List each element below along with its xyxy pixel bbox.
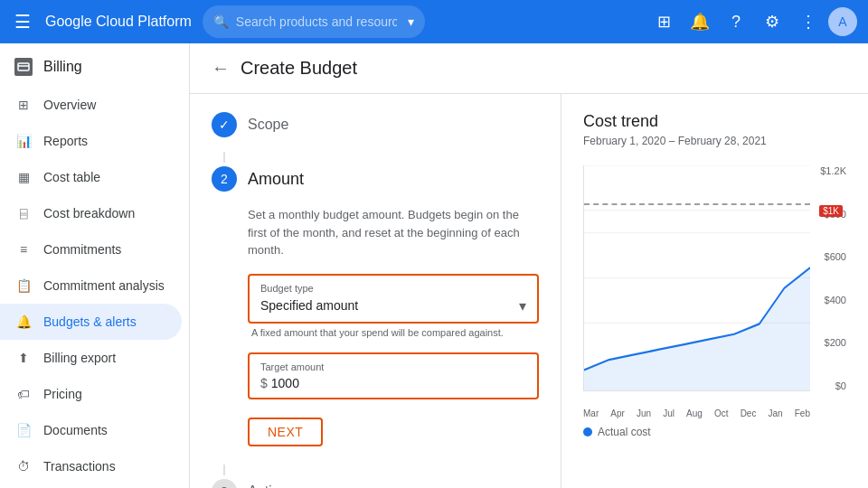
amount-step-circle: 2 xyxy=(212,166,237,192)
sidebar-item-billing-export[interactable]: ⬆ Billing export xyxy=(0,340,182,376)
layout: Billing ⊞ Overview 📊 Reports ▦ Cost tabl… xyxy=(0,43,868,488)
chart-svg xyxy=(584,165,810,390)
commitments-icon: ≡ xyxy=(14,240,33,258)
reports-icon: 📊 xyxy=(14,132,33,150)
overview-icon: ⊞ xyxy=(14,96,33,114)
sidebar-item-cost-table-label: Cost table xyxy=(43,170,100,184)
billing-export-icon: ⬆ xyxy=(14,349,33,367)
documents-icon: 📄 xyxy=(14,421,33,439)
main-content: ← Create Budget ✓ Scope 2 Amount Set a xyxy=(190,43,868,488)
sidebar-item-documents-label: Documents xyxy=(43,423,108,437)
sidebar-item-overview[interactable]: ⊞ Overview xyxy=(0,87,182,123)
sidebar-item-cost-breakdown[interactable]: ⌸ Cost breakdown xyxy=(0,195,182,231)
sidebar-item-reports[interactable]: 📊 Reports xyxy=(0,123,182,159)
cost-breakdown-icon: ⌸ xyxy=(14,204,33,222)
amount-step-title: Amount xyxy=(248,170,304,189)
user-avatar[interactable]: A xyxy=(828,7,857,36)
scope-step-title: Scope xyxy=(248,117,288,133)
transactions-icon: ⏱ xyxy=(14,457,33,475)
x-label-jun: Jun xyxy=(637,408,651,418)
pricing-icon: 🏷 xyxy=(14,385,33,403)
more-icon[interactable]: ⋮ xyxy=(792,5,825,38)
sidebar-title: Billing xyxy=(43,59,82,75)
y-label-200: $200 xyxy=(825,337,846,348)
cost-table-icon: ▦ xyxy=(14,168,33,186)
sidebar-item-cost-breakdown-label: Cost breakdown xyxy=(43,206,135,221)
step-scope: ✓ Scope xyxy=(212,112,539,137)
sidebar-header: Billing xyxy=(0,43,189,83)
target-amount-row: $ xyxy=(260,376,526,390)
svg-rect-0 xyxy=(18,63,29,70)
sidebar-item-documents[interactable]: 📄 Documents xyxy=(0,412,182,448)
target-amount-label: Target amount xyxy=(260,361,526,372)
scope-step-circle: ✓ xyxy=(212,112,237,137)
svg-marker-7 xyxy=(584,267,810,390)
chart-subtitle: February 1, 2020 – February 28, 2021 xyxy=(583,135,846,147)
x-label-mar: Mar xyxy=(583,408,599,418)
sidebar-item-cost-table[interactable]: ▦ Cost table xyxy=(0,159,182,195)
y-label-0: $0 xyxy=(835,380,846,391)
settings-icon[interactable]: ⚙ xyxy=(756,5,788,38)
budget-type-select[interactable]: Budget type Specified amount ▾ xyxy=(248,274,539,324)
search-input[interactable] xyxy=(236,14,397,29)
budget-line: $1K xyxy=(584,203,810,217)
sidebar-item-transactions[interactable]: ⏱ Transactions xyxy=(0,448,182,484)
sidebar-nav: ⊞ Overview 📊 Reports ▦ Cost table ⌸ Cost… xyxy=(0,83,189,488)
sidebar-item-commitment-analysis-label: Commitment analysis xyxy=(43,278,165,293)
page-title: Create Budget xyxy=(241,58,357,79)
step-connector-2 xyxy=(223,465,225,475)
sidebar-item-pricing[interactable]: 🏷 Pricing xyxy=(0,376,182,412)
sidebar-item-commitment-analysis[interactable]: 📋 Commitment analysis xyxy=(0,267,182,304)
currency-prefix: $ xyxy=(260,376,268,390)
page-header: ← Create Budget xyxy=(190,43,868,94)
form-section: ✓ Scope 2 Amount Set a monthly budget am… xyxy=(190,94,561,488)
x-label-jan: Jan xyxy=(769,408,783,418)
amount-description: Set a monthly budget amount. Budgets beg… xyxy=(248,206,539,259)
x-label-dec: Dec xyxy=(741,408,757,418)
search-dropdown-icon[interactable]: ▾ xyxy=(408,14,414,29)
chart-title: Cost trend xyxy=(583,112,846,131)
budget-type-arrow-icon[interactable]: ▾ xyxy=(519,297,526,314)
billing-icon xyxy=(14,58,33,76)
search-bar[interactable]: 🔍 ▾ xyxy=(203,5,425,38)
chart-plot: $1K xyxy=(583,165,810,391)
budget-type-helper: A fixed amount that your spend will be c… xyxy=(248,327,539,338)
chart-area: $1.2K $800 $600 $400 $200 $0 $1K xyxy=(583,165,846,418)
budgets-icon: 🔔 xyxy=(14,313,33,331)
sidebar-item-commitments-label: Commitments xyxy=(43,242,121,257)
budget-type-row: Specified amount ▾ xyxy=(260,297,526,314)
next-button[interactable]: NEXT xyxy=(248,418,323,446)
apps-icon[interactable]: ⊞ xyxy=(647,5,680,38)
chart-section: Cost trend February 1, 2020 – February 2… xyxy=(561,94,868,488)
content-area: ✓ Scope 2 Amount Set a monthly budget am… xyxy=(190,94,868,488)
back-button[interactable]: ← xyxy=(212,58,230,79)
topbar-logo: Google Cloud Platform xyxy=(45,14,192,30)
x-label-apr: Apr xyxy=(610,408,625,418)
x-label-feb: Feb xyxy=(795,408,810,418)
sidebar-item-commitments[interactable]: ≡ Commitments xyxy=(0,231,182,267)
step-actions: 3 Actions xyxy=(212,479,539,489)
chart-y-labels: $1.2K $800 $600 $400 $200 $0 xyxy=(820,165,846,391)
target-amount-container[interactable]: Target amount $ xyxy=(248,352,539,399)
help-icon[interactable]: ? xyxy=(720,5,752,38)
target-amount-input[interactable] xyxy=(271,376,526,390)
chart-legend: Actual cost xyxy=(583,426,846,438)
budget-type-label: Budget type xyxy=(260,283,526,294)
sidebar-item-pricing-label: Pricing xyxy=(43,387,82,401)
sidebar-item-budgets-alerts[interactable]: 🔔 Budgets & alerts xyxy=(0,304,182,340)
sidebar-item-transactions-label: Transactions xyxy=(43,459,116,474)
budget-type-value: Specified amount xyxy=(260,298,358,313)
notifications-icon[interactable]: 🔔 xyxy=(684,5,716,38)
budget-badge: $1K xyxy=(819,205,843,217)
next-button-row: NEXT xyxy=(248,418,539,446)
y-label-1200: $1.2K xyxy=(820,165,846,176)
sidebar-item-payment-settings[interactable]: 👤 Payment settings xyxy=(0,484,182,488)
sidebar-item-billing-export-label: Billing export xyxy=(43,351,116,365)
y-label-600: $600 xyxy=(825,251,846,262)
x-label-jul: Jul xyxy=(663,408,675,418)
menu-icon[interactable]: ☰ xyxy=(11,7,34,36)
legend-dot xyxy=(583,427,592,436)
actions-step-circle: 3 xyxy=(212,479,237,489)
sidebar-item-budgets-label: Budgets & alerts xyxy=(43,314,137,329)
sidebar-item-overview-label: Overview xyxy=(43,98,96,112)
